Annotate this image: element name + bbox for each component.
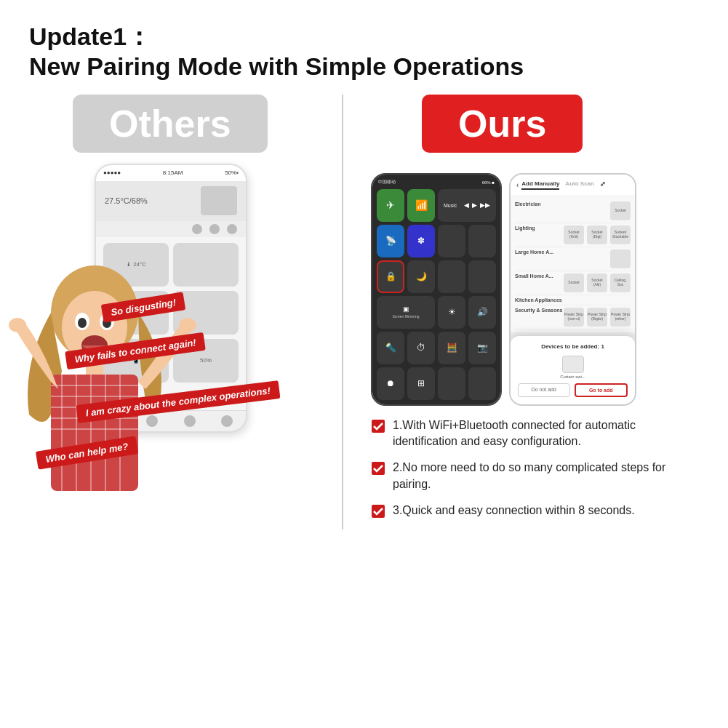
status-battery: 50%▪ (225, 169, 239, 176)
cat-electrician-items: Socket (610, 201, 631, 220)
svg-point-4 (78, 318, 87, 328)
cc-cellular-btn[interactable]: 📡 (377, 225, 404, 257)
cc-record-btn[interactable]: ⏺ (377, 367, 404, 400)
calc-icon: 🧮 (447, 343, 457, 353)
cc-play-btn[interactable]: ▶ (472, 201, 477, 209)
cc-empty1 (438, 225, 465, 257)
cat-small-alti[interactable]: Socket (Alti) (587, 273, 607, 292)
cat-large-items (610, 249, 631, 268)
ours-label-text: Ours (458, 103, 546, 145)
cat-row-large: Large Home A... (515, 247, 631, 271)
title-section: Update1： New Pairing Mode with Simple Op… (29, 22, 699, 81)
cc-empty2 (468, 225, 496, 257)
add-manually-tab[interactable]: Add Manually (521, 180, 559, 190)
svg-rect-21 (372, 420, 385, 433)
cat-security-items: Power Strip (non-ci) Power Strip (Digito… (564, 308, 631, 327)
moon-icon: 🌙 (416, 271, 427, 281)
icon-shield (209, 224, 220, 234)
cc-moon-btn[interactable]: 🌙 (407, 260, 435, 293)
left-content: Others ●●●●● 8:15AM 50%▪ 27.5°C/68% (29, 95, 342, 433)
wifi-icon: 📶 (415, 199, 428, 211)
cat-electrician-label: Electrician (515, 201, 540, 220)
cc-next-btn[interactable]: ▶▶ (480, 201, 490, 209)
cat-small-items: Socket Socket (Alti) Ceiling, Soc (564, 273, 631, 292)
cat-large-item[interactable] (610, 249, 631, 268)
cc-lock-btn[interactable]: 🔒 (377, 260, 404, 293)
svg-rect-22 (372, 462, 385, 475)
cat-power-strip3[interactable]: Power Strip (other) (610, 308, 631, 327)
cc-prev-btn[interactable]: ◀ (464, 201, 469, 209)
cat-power-strip2[interactable]: Power Strip (Digito) (587, 308, 607, 327)
categories-list: Electrician Socket Lighting Socket (Knit… (511, 196, 635, 332)
bluetooth-icon: ✽ (417, 236, 425, 246)
cc-screen-mirror-btn[interactable]: ▣ Screen Mirroring (377, 296, 435, 329)
cat-lighting-label: Lighting (515, 225, 535, 244)
add-manually-header: ‹ Add Manually Auto Scan ⤢ (511, 175, 635, 196)
cc-scan-btn[interactable]: ⊞ (407, 367, 435, 400)
checkbox-icon-2 (371, 461, 385, 476)
cc-volume-btn[interactable]: 🔊 (468, 296, 496, 329)
right-side: Ours 中国移动 66% ■ ✈ (342, 95, 699, 529)
cat-socket-item[interactable]: Socket (610, 201, 631, 220)
cat-socket-knit[interactable]: Socket (Knit) (564, 225, 584, 244)
auto-scan-tab[interactable]: Auto Scan (565, 180, 594, 190)
record-icon: ⏺ (386, 378, 395, 388)
devices-popup: Devices to be added: 1 Curtain swi... Do… (511, 336, 635, 404)
cat-small-ceiling[interactable]: Ceiling, Soc (610, 273, 631, 292)
cc-brightness-btn[interactable]: ☀ (438, 296, 465, 329)
cc-flashlight-btn[interactable]: 🔦 (377, 332, 404, 364)
cat-small-socket[interactable]: Socket (564, 273, 584, 292)
weather-temp: 27.5°C/68% (105, 196, 148, 205)
control-center-grid: ✈ 📶 Music ◀ ▶ ▶▶ (372, 175, 500, 404)
icon-mic (192, 224, 202, 234)
page-wrapper: Update1： New Pairing Mode with Simple Op… (0, 0, 728, 728)
cc-music-controls: ◀ ▶ ▶▶ (464, 201, 490, 209)
cc-music-area: Music ◀ ▶ ▶▶ (438, 189, 496, 222)
add-manually-nav: ‹ Add Manually Auto Scan ⤢ (516, 180, 629, 190)
scan-icon-btn[interactable]: ⤢ (600, 180, 606, 190)
frustrated-area: So disgusting! Why fails to connect agai… (7, 255, 335, 567)
cat-row-lighting: Lighting Socket (Knit) Socket (Digi) Soc… (515, 223, 631, 247)
cc-camera-btn[interactable]: 📷 (468, 332, 496, 364)
checkbox-icon-3 (371, 504, 385, 519)
airplane-icon: ✈ (386, 199, 395, 211)
scan-icon: ⊞ (417, 378, 425, 388)
brightness-icon: ☀ (448, 307, 456, 317)
cc-timer-btn[interactable]: ⏱ (407, 332, 435, 364)
svg-rect-23 (372, 505, 385, 518)
screen-mirror-icon: ▣ (403, 305, 409, 313)
feature-text-1: 1.With WiFi+Bluetooth connected for auto… (393, 417, 699, 450)
cc-battery: 66% ■ (482, 180, 495, 185)
cc-music-label: Music (444, 203, 457, 208)
add-manually-title: Add Manually Auto Scan ⤢ (521, 180, 606, 190)
cc-airplane-btn[interactable]: ✈ (377, 189, 404, 222)
back-arrow-icon[interactable]: ‹ (516, 181, 519, 189)
cc-calc-btn[interactable]: 🧮 (438, 332, 465, 364)
phone-icons-row (96, 221, 246, 237)
features-list: 1.With WiFi+Bluetooth connected for auto… (364, 417, 699, 519)
device-icon (562, 356, 584, 373)
checkbox-icon-1 (371, 419, 385, 433)
svg-rect-8 (51, 375, 138, 491)
feature-text-2: 2.No more need to do so many complicated… (393, 460, 699, 492)
cc-wifi-btn[interactable]: 📶 (407, 189, 435, 222)
cat-lighting-items: Socket (Knit) Socket (Digi) Socket/ Stac… (564, 225, 631, 244)
cc-bluetooth-btn[interactable]: ✽ (407, 225, 435, 257)
cat-socket-digi[interactable]: Socket (Digi) (587, 225, 607, 244)
cat-large-label: Large Home A... (515, 249, 553, 268)
cc-empty5 (438, 367, 465, 400)
go-to-add-btn[interactable]: Go to add (575, 383, 628, 397)
cat-socket-stack[interactable]: Socket/ Stackable (610, 225, 631, 244)
ours-label-wrapper: Ours (393, 95, 699, 163)
feature-item-3: 3.Quick and easy connection within 8 sec… (371, 503, 699, 519)
do-not-add-btn[interactable]: Do not add (518, 383, 570, 397)
phone-status-bar: ●●●●● 8:15AM 50%▪ (96, 165, 246, 181)
cat-power-strip1[interactable]: Power Strip (non-ci) (564, 308, 584, 327)
cc-screen-mirror-label: Screen Mirroring (393, 314, 420, 319)
feature-item-1: 1.With WiFi+Bluetooth connected for auto… (371, 417, 699, 450)
title-line2: New Pairing Mode with Simple Operations (29, 52, 699, 81)
right-phones: 中国移动 66% ■ ✈ 📶 Music (371, 173, 699, 406)
status-dots: ●●●●● (103, 169, 121, 176)
cellular-icon: 📡 (385, 236, 396, 246)
popup-buttons: Do not add Go to add (518, 383, 628, 397)
